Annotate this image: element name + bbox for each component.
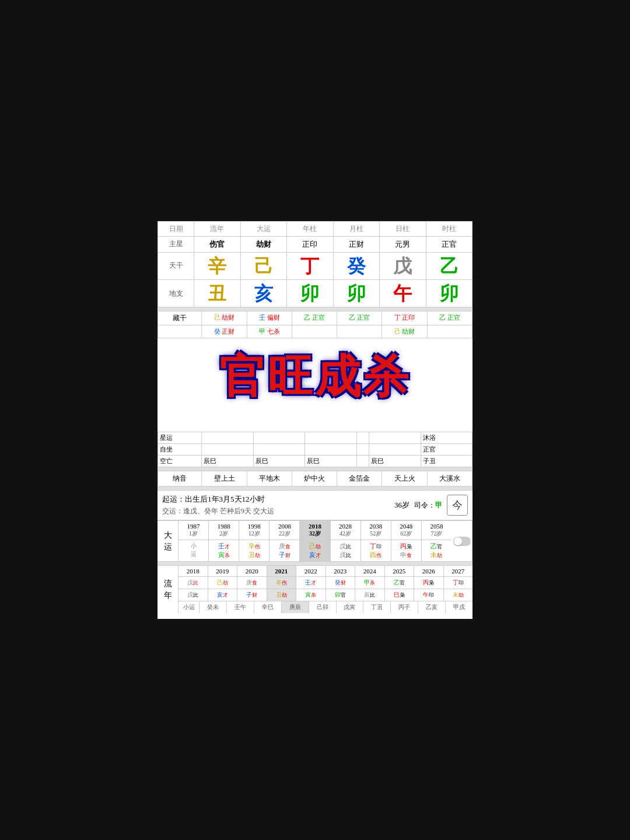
cg-yue-1: 乙 正官 — [337, 312, 382, 326]
stars-2 — [253, 432, 304, 444]
nayin-6: 大溪水 — [427, 471, 472, 487]
xiaoyun-label: 小运 — [178, 601, 200, 613]
dz-yue: 卯 — [333, 280, 379, 307]
header-row: 日期 流年 大运 年柱 月柱 日柱 时柱 — [158, 221, 473, 236]
ly-6[interactable]: 2024 — [355, 566, 385, 576]
cg-nian-1: 乙 正官 — [292, 312, 337, 326]
cg-dayun-2: 甲 七杀 — [247, 326, 292, 338]
ly-8[interactable]: 2026 — [414, 566, 444, 576]
ly-2[interactable]: 2020 — [237, 566, 267, 576]
xy-5: 戊寅 — [337, 601, 364, 613]
qiyun-line2: 交运：逢戊、癸年 芒种后9天 交大运 — [162, 506, 394, 516]
kw-3: 辰巳 — [305, 456, 356, 467]
lc2-9: 未劫 — [444, 589, 473, 601]
toggle-switch[interactable] — [453, 537, 471, 546]
zizuo-4 — [356, 444, 369, 456]
canggan-label: 藏干 — [158, 312, 202, 326]
zhuxing-nian: 正印 — [287, 236, 333, 252]
lc2-0: 戌比 — [178, 589, 208, 601]
bottom-space — [158, 613, 473, 619]
qiyun-age: 36岁 — [394, 500, 410, 510]
zhuxing-shi: 正官 — [426, 236, 472, 252]
canggan-row1: 藏干 己 劫财 壬 偏财 乙 正官 乙 正官 丁 正印 乙 正官 — [158, 312, 473, 326]
lc2-4: 寅杀 — [296, 589, 326, 601]
cg-ri-1: 丁 正印 — [382, 312, 427, 326]
ly-1[interactable]: 2019 — [208, 566, 238, 576]
dayun-year-row: 1987 1岁 1988 2岁 1998 12岁 2008 22岁 — [178, 521, 452, 540]
lc2-7: 巳枭 — [385, 589, 415, 601]
stars-4 — [356, 432, 369, 444]
dayun-years: 1987 1岁 1988 2岁 1998 12岁 2008 22岁 — [178, 521, 452, 561]
kw-2: 辰巳 — [253, 456, 304, 467]
lc1-9: 丁印 — [444, 577, 473, 589]
kw-5: 辰巳 — [369, 456, 421, 467]
dy-cell-3[interactable]: 2008 22岁 — [270, 521, 300, 540]
xy-9: 甲戌 — [446, 601, 473, 613]
liuyun-xiaoyun-row: 小运 癸未 壬午 辛巳 庚辰 己卯 戊寅 丁丑 丙子 乙亥 甲戌 — [178, 601, 473, 613]
lc2-5: 卯官 — [326, 589, 356, 601]
cg-ri-2: 己 劫财 — [382, 326, 427, 338]
lc2-8: 午印 — [414, 589, 444, 601]
liuyun-section: 流 年 2018 2019 2020 2021 2022 2023 2024 2… — [158, 565, 473, 613]
nayin-table: 纳音 壁上土 平地木 炉中火 金箔金 天上火 大溪水 — [158, 471, 473, 487]
tg-yue: 癸 — [333, 252, 379, 279]
main-container: 日期 流年 大运 年柱 月柱 日柱 时柱 主星 伤官 劫财 正印 正财 元男 正… — [158, 221, 473, 620]
stars-1 — [202, 432, 253, 444]
dc-7: 丙枭 申食 — [391, 540, 422, 561]
dy-cell-5[interactable]: 2028 42岁 — [331, 521, 361, 540]
kw-6: 子丑 — [421, 456, 472, 467]
dy-cell-4[interactable]: 2018 32岁 — [300, 521, 330, 540]
stars-row: 星运 沐浴 — [158, 432, 473, 444]
dz-nian: 卯 — [287, 280, 333, 307]
liuyun-label: 流 年 — [158, 566, 178, 613]
cg-liunian-2: 癸 正财 — [202, 326, 247, 338]
dc-6: 丁印 酉伤 — [361, 540, 391, 561]
cg-shi-1: 乙 正官 — [427, 312, 472, 326]
liuyun-chars1-row: 戊比 己劫 庚食 辛伤 壬才 癸财 — [178, 577, 473, 589]
tg-dayun: 己 — [240, 252, 286, 279]
nayin-label: 纳音 — [158, 471, 202, 487]
kongwang-label: 空亡 — [158, 456, 202, 467]
ly-9[interactable]: 2027 — [444, 566, 473, 576]
ly-5[interactable]: 2023 — [326, 566, 356, 576]
toggle-knob — [454, 537, 462, 545]
col-riqi: 日期 — [158, 221, 194, 236]
col-rizhu: 日柱 — [380, 221, 426, 236]
dz-shi: 卯 — [426, 280, 472, 307]
dy-cell-0[interactable]: 1987 1岁 — [178, 521, 209, 540]
ly-3[interactable]: 2021 — [267, 566, 297, 576]
nayin-3: 炉中火 — [292, 471, 337, 487]
lc1-8: 丙枭 — [414, 577, 444, 589]
cg-yue-2 — [337, 326, 382, 338]
xy-0: 癸未 — [200, 601, 227, 613]
dy-cell-6[interactable]: 2038 52岁 — [361, 521, 391, 540]
zizuo-2 — [253, 444, 304, 456]
liuyun-years: 2018 2019 2020 2021 2022 2023 2024 2025 … — [178, 566, 473, 613]
dc-1: 壬才 寅杀 — [209, 540, 239, 561]
dz-liunian: 丑 — [194, 280, 240, 307]
ly-0[interactable]: 2018 — [178, 566, 208, 576]
ly-7[interactable]: 2025 — [385, 566, 415, 576]
stars-3 — [305, 432, 356, 444]
stars-5 — [369, 432, 421, 444]
kw-1: 辰巳 — [202, 456, 253, 467]
lc2-1: 亥才 — [208, 589, 238, 601]
tiangan-row: 天干 辛 己 丁 癸 戊 乙 — [158, 252, 473, 279]
calendar-icon[interactable]: 今 — [447, 495, 468, 516]
col-liunian: 流年 — [194, 221, 240, 236]
qiyun-info: 起运：出生后1年3月5天12小时 交运：逢戊、癸年 芒种后9天 交大运 — [162, 494, 394, 516]
dy-cell-8[interactable]: 2058 72岁 — [422, 521, 452, 540]
dy-cell-1[interactable]: 1988 2岁 — [209, 521, 239, 540]
cg-liunian-1: 己 劫财 — [202, 312, 247, 326]
nayin-4: 金箔金 — [337, 471, 382, 487]
dayun-section: 大 运 1987 1岁 1988 2岁 1998 12岁 — [158, 520, 473, 562]
ly-4[interactable]: 2022 — [296, 566, 326, 576]
zhuxing-ri: 元男 — [380, 236, 426, 252]
lc2-6: 辰比 — [355, 589, 385, 601]
xy-3: 庚辰 — [282, 601, 309, 613]
lc1-4: 壬才 — [296, 577, 326, 589]
zizuo-row: 自坐 正官 — [158, 444, 473, 456]
col-shizhu: 时柱 — [426, 221, 472, 236]
dy-cell-2[interactable]: 1998 12岁 — [239, 521, 270, 540]
dy-cell-7[interactable]: 2048 62岁 — [391, 521, 422, 540]
